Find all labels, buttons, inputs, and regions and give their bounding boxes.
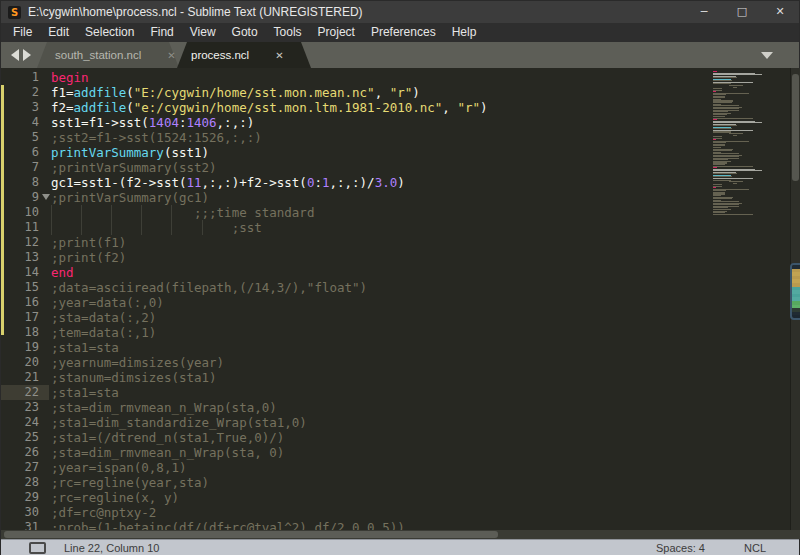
code-text: ;stanum=dimsizes(sta1) [51, 370, 217, 385]
code-line-8[interactable]: 8gc1=sst1-(f2->sst(11,:,:)+f2->sst(0:1,:… [1, 175, 791, 190]
syntax-name[interactable]: NCL [744, 542, 766, 554]
code-text: f2=addfile("e:/cygwin/home/sst.mon.ltm.1… [51, 100, 488, 115]
line-number: 5 [1, 130, 39, 145]
maximize-button[interactable]: □ [723, 1, 761, 23]
code-line-24[interactable]: 24;sta1=dim_standardize_Wrap(sta1,0) [1, 415, 791, 430]
code-text: ;sta=data(:,2) [51, 310, 156, 325]
code-line-1[interactable]: 1begin [1, 70, 791, 85]
code-line-29[interactable]: 29;rc=regline(x, y) [1, 490, 791, 505]
menu-item-goto[interactable]: Goto [224, 23, 266, 42]
code-line-17[interactable]: 17;sta=data(:,2) [1, 310, 791, 325]
menu-item-help[interactable]: Help [444, 23, 485, 42]
code-line-19[interactable]: 19;sta1=sta [1, 340, 791, 355]
code-line-30[interactable]: 30;df=rc@nptxy-2 [1, 505, 791, 520]
code-text: end [51, 265, 74, 280]
horizontal-scrollbar-thumb[interactable] [4, 531, 498, 538]
line-number-current: 22 [1, 385, 49, 400]
line-number: 19 [1, 340, 39, 355]
code-text: ;rc=regline(x, y) [51, 490, 179, 505]
code-line-28[interactable]: 28;rc=regline(year,sta) [1, 475, 791, 490]
menu-item-edit[interactable]: Edit [40, 23, 77, 42]
vintage-mode-icon[interactable] [29, 542, 46, 554]
minimap-line [713, 118, 753, 119]
code-line-11[interactable]: 11 ;sst [1, 220, 791, 235]
menu-item-tools[interactable]: Tools [266, 23, 310, 42]
window-controls: ─ □ ✕ [685, 1, 799, 23]
tab-overflow-menu-icon[interactable] [761, 52, 773, 59]
code-line-18[interactable]: 18;tem=data(:,1) [1, 325, 791, 340]
tab-label: south_station.ncl [55, 49, 141, 61]
code-text: begin [51, 70, 89, 85]
menu-item-project[interactable]: Project [310, 23, 363, 42]
line-number: 24 [1, 415, 39, 430]
code-line-12[interactable]: 12;print(f1) [1, 235, 791, 250]
code-text: ;year=ispan(0,8,1) [51, 460, 186, 475]
code-line-20[interactable]: 20;yearnum=dimsizes(year) [1, 355, 791, 370]
code-line-7[interactable]: 7;printVarSummary(sst2) [1, 160, 791, 175]
code-line-5[interactable]: 5;sst2=f1->sst(1524:1526,:,:) [1, 130, 791, 145]
code-line-15[interactable]: 15;data=asciiread(filepath,(/14,3/),"flo… [1, 280, 791, 295]
menu-item-find[interactable]: Find [142, 23, 181, 42]
line-number: 7 [1, 160, 39, 175]
menu-item-file[interactable]: File [5, 23, 40, 42]
code-text: f1=addfile("E:/cygwin/home/sst.mon.mean.… [51, 85, 420, 100]
minimap[interactable] [711, 68, 790, 530]
code-line-22[interactable]: 22;sta1=sta [1, 385, 791, 400]
close-button[interactable]: ✕ [761, 1, 799, 23]
tab-process[interactable]: process.ncl ✕ [177, 42, 311, 68]
code-text: ;sta=dim_rmvmean_n_Wrap(sta,0) [51, 400, 277, 415]
line-number: 21 [1, 370, 39, 385]
menu-item-preferences[interactable]: Preferences [363, 23, 444, 42]
code-line-27[interactable]: 27;year=ispan(0,8,1) [1, 460, 791, 475]
line-number: 18 [1, 325, 39, 340]
code-line-23[interactable]: 23;sta=dim_rmvmean_n_Wrap(sta,0) [1, 400, 791, 415]
line-number: 30 [1, 505, 39, 520]
editor-pane[interactable]: 1begin2f1=addfile("E:/cygwin/home/sst.mo… [1, 68, 800, 530]
code-line-4[interactable]: 4sst1=f1->sst(1404:1406,:,:) [1, 115, 791, 130]
minimap-line [733, 183, 736, 184]
code-line-25[interactable]: 25;sta1=(/dtrend_n(sta1,True,0)/) [1, 430, 791, 445]
horizontal-scrollbar[interactable] [1, 530, 800, 539]
tab-label: process.ncl [191, 49, 249, 61]
code-line-13[interactable]: 13;print(f2) [1, 250, 791, 265]
code-line-10[interactable]: 10 ;;;time standard [1, 205, 791, 220]
vertical-scrollbar-thumb[interactable] [792, 74, 799, 181]
code-line-21[interactable]: 21;stanum=dimsizes(sta1) [1, 370, 791, 385]
menu-item-view[interactable]: View [182, 23, 224, 42]
code-line-3[interactable]: 3f2=addfile("e:/cygwin/home/sst.mon.ltm.… [1, 100, 791, 115]
title-bar[interactable]: S E:\cygwin\home\process.ncl - Sublime T… [1, 1, 799, 23]
menu-bar: FileEditSelectionFindViewGotoToolsProjec… [1, 23, 799, 42]
line-number: 11 [1, 220, 39, 235]
menu-item-selection[interactable]: Selection [77, 23, 142, 42]
code-area[interactable]: 1begin2f1=addfile("E:/cygwin/home/sst.mo… [1, 70, 791, 535]
minimize-button[interactable]: ─ [685, 1, 723, 23]
code-line-26[interactable]: 26;sta=dim_rmvmean_n_Wrap(sta, 0) [1, 445, 791, 460]
code-line-14[interactable]: 14end [1, 265, 791, 280]
sublime-window: S E:\cygwin\home\process.ncl - Sublime T… [0, 0, 800, 555]
code-text: ;yearnum=dimsizes(year) [51, 355, 224, 370]
line-number: 4 [1, 115, 39, 130]
line-number: 16 [1, 295, 39, 310]
fold-arrow-icon[interactable] [42, 194, 50, 200]
code-text: ;sta1=dim_standardize_Wrap(sta1,0) [51, 415, 307, 430]
window-title: E:\cygwin\home\process.ncl - Sublime Tex… [28, 5, 363, 19]
code-text: ;print(f2) [51, 250, 126, 265]
tab-scroll-right-icon[interactable] [23, 49, 31, 61]
tab-close-icon[interactable]: ✕ [167, 50, 175, 61]
code-text: ;rc=regline(year,sta) [51, 475, 209, 490]
line-number: 6 [1, 145, 39, 160]
code-line-16[interactable]: 16;year=data(:,0) [1, 295, 791, 310]
line-number: 26 [1, 445, 39, 460]
tab-scroll-left-icon[interactable] [11, 49, 19, 61]
code-line-6[interactable]: 6printVarSummary(sst1) [1, 145, 791, 160]
indentation-setting[interactable]: Spaces: 4 [656, 542, 705, 554]
code-text: ;year=data(:,0) [51, 295, 164, 310]
line-number: 28 [1, 475, 39, 490]
code-line-2[interactable]: 2f1=addfile("E:/cygwin/home/sst.mon.mean… [1, 85, 791, 100]
tab-south-station[interactable]: south_station.ncl ✕ [37, 42, 179, 68]
tab-bar: south_station.ncl ✕ process.ncl ✕ [1, 42, 799, 68]
code-text: ;sta1=sta [51, 340, 119, 355]
tab-close-icon[interactable]: ✕ [275, 50, 283, 61]
code-text: ;sta=dim_rmvmean_n_Wrap(sta, 0) [51, 445, 284, 460]
code-line-9[interactable]: 9;printVarSummary(gc1) [1, 190, 791, 205]
